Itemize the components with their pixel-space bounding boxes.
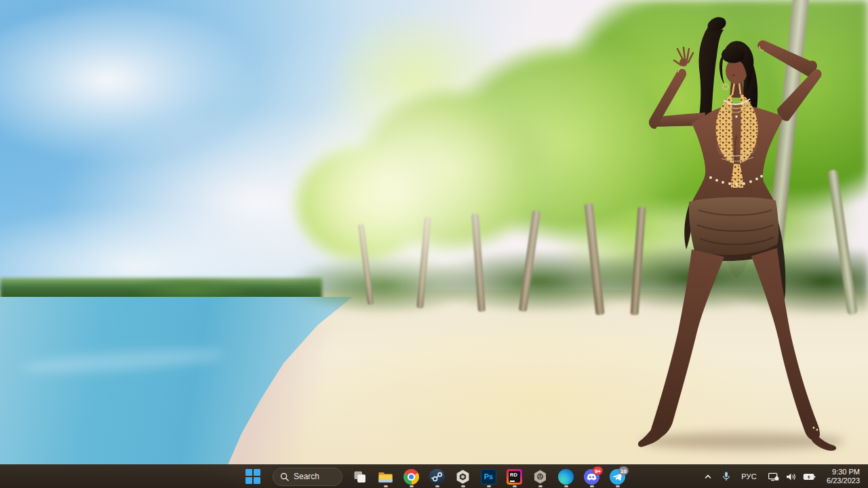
start-button[interactable] xyxy=(238,465,268,488)
character-legs xyxy=(638,248,836,451)
unity-hub-icon xyxy=(455,469,471,485)
taskbar-center-group: Search xyxy=(238,465,630,488)
task-view-button[interactable] xyxy=(347,465,372,488)
search-placeholder: Search xyxy=(294,472,319,481)
rider-glyph: RD xyxy=(510,472,517,478)
language-indicator[interactable]: РУС xyxy=(736,465,762,488)
wallpaper-character xyxy=(624,7,854,454)
running-indicator xyxy=(487,485,491,487)
taskbar-clock[interactable]: 9:30 PM 6/23/2023 xyxy=(821,468,868,485)
discord-notification-badge: 9+ xyxy=(593,466,603,475)
steam-button[interactable] xyxy=(425,465,450,488)
photoshop-button[interactable]: Ps xyxy=(476,465,501,488)
edge-icon xyxy=(558,469,574,485)
file-explorer-button[interactable] xyxy=(373,465,398,488)
photoshop-glyph: Ps xyxy=(484,472,493,481)
network-icon xyxy=(767,470,780,483)
running-indicator xyxy=(461,485,465,487)
running-indicator xyxy=(538,485,542,487)
task-view-icon xyxy=(352,469,368,485)
tray-overflow-button[interactable] xyxy=(699,465,717,488)
clock-date: 6/23/2023 xyxy=(827,476,860,485)
running-indicator xyxy=(616,485,620,487)
chrome-button[interactable] xyxy=(399,465,424,488)
rider-button[interactable]: RD xyxy=(502,465,527,488)
file-explorer-icon xyxy=(378,469,393,485)
chrome-icon xyxy=(403,469,419,485)
microphone-indicator-button[interactable] xyxy=(717,465,736,488)
character-left-arm xyxy=(649,47,705,129)
running-indicator xyxy=(513,485,517,487)
rider-icon: RD xyxy=(507,469,522,485)
clock-time: 9:30 PM xyxy=(827,468,860,476)
hoop-earring xyxy=(723,84,728,89)
running-indicator xyxy=(435,485,439,487)
running-indicator xyxy=(564,485,568,487)
running-indicator xyxy=(410,485,414,487)
steam-icon xyxy=(429,469,445,485)
hexagon-app-button[interactable] xyxy=(528,465,553,488)
telegram-button[interactable]: 10 xyxy=(605,465,630,488)
battery-charging-icon xyxy=(802,470,816,483)
unity-hub-button[interactable] xyxy=(450,465,475,488)
running-indicator xyxy=(384,485,388,487)
sun-bloom xyxy=(292,75,515,305)
running-indicator xyxy=(590,485,594,487)
search-input[interactable]: Search xyxy=(273,468,342,486)
windows-start-icon xyxy=(245,469,260,484)
edge-button[interactable] xyxy=(553,465,578,488)
character-right-arm xyxy=(757,40,821,121)
discord-button[interactable]: 9+ xyxy=(579,465,604,488)
chevron-up-icon xyxy=(703,471,713,482)
telegram-notification-badge: 10 xyxy=(618,466,629,475)
system-icons-button[interactable] xyxy=(762,465,821,488)
desktop[interactable] xyxy=(0,0,868,488)
photoshop-icon: Ps xyxy=(481,469,496,485)
system-tray: РУС 9:30 PM 6/23/2023 xyxy=(699,465,868,488)
hexagon-app-icon xyxy=(532,469,548,485)
search-icon xyxy=(280,472,289,481)
taskbar: Search xyxy=(0,464,868,488)
volume-icon xyxy=(785,470,797,483)
microphone-icon xyxy=(720,470,732,483)
